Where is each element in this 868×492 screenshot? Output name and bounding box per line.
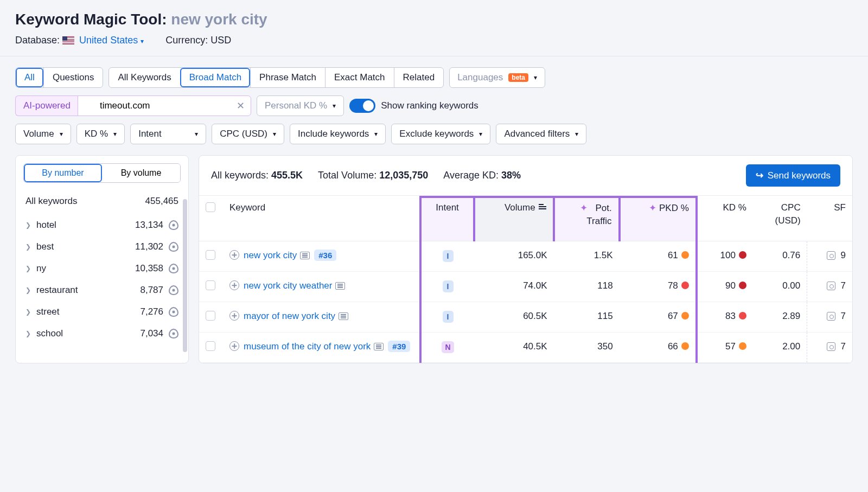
rank-pill: #39 [388,341,410,352]
col-kd[interactable]: KD % [697,196,753,241]
eye-icon[interactable] [169,307,178,317]
cell-pkd: 67 [620,302,697,333]
clear-input-icon[interactable]: ✕ [237,100,245,112]
sidebar-group-item[interactable]: ❯school7,034 [23,323,181,344]
tab-all[interactable]: All [16,68,43,87]
table-row: new york city#36I165.0K1.5K611000.76 9 [199,241,852,272]
row-checkbox[interactable] [206,341,215,351]
serp-icon[interactable] [374,343,384,350]
chevron-down-icon [575,130,578,138]
group-label: school [36,328,135,339]
us-flag-icon [62,36,74,44]
filter-intent[interactable]: Intent [130,124,206,144]
serp-icon[interactable] [300,252,310,259]
serp-features-icon[interactable] [827,251,835,260]
difficulty-dot [681,282,689,289]
add-icon[interactable] [229,341,239,351]
keyword-link[interactable]: museum of the city of new york [244,341,371,352]
group-count: 7,276 [140,306,163,317]
serp-icon[interactable] [339,312,348,320]
col-volume[interactable]: Volume [474,196,554,241]
sidebar-group-item[interactable]: ❯best11,302 [23,236,181,258]
sidebar-group-item[interactable]: ❯restaurant8,787 [23,279,181,301]
filter-include[interactable]: Include keywords [290,124,386,144]
show-ranking-toggle[interactable] [349,99,375,113]
group-label: best [36,241,130,252]
sparkle-icon: ✦ [649,203,656,213]
difficulty-dot [739,251,746,259]
serp-icon[interactable] [335,282,345,290]
eye-icon[interactable] [169,285,178,295]
rank-pill: #36 [314,250,336,261]
select-all-checkbox[interactable] [206,202,215,212]
filter-cpc[interactable]: CPC (USD) [212,124,284,144]
tab-related[interactable]: Related [394,68,444,87]
sidebar-group-item[interactable]: ❯hotel13,134 [23,214,181,236]
col-pot-traffic[interactable]: ✦ Pot.Traffic [554,196,620,241]
intent-pill: N [442,341,454,353]
all-keywords-row[interactable]: All keywords 455,465 [23,193,181,214]
add-icon[interactable] [229,311,239,321]
tab-broad-match[interactable]: Broad Match [180,68,250,87]
eye-icon[interactable] [169,242,178,252]
add-icon[interactable] [229,280,239,290]
keyword-link[interactable]: mayor of new york city [244,311,335,321]
col-intent[interactable]: Intent [420,196,474,241]
filter-advanced[interactable]: Advanced filters [496,124,586,144]
filter-volume[interactable]: Volume [15,124,71,144]
eye-icon[interactable] [169,264,178,273]
by-number-button[interactable]: By number [24,164,102,182]
cell-kd: 100 [697,241,753,272]
serp-features-icon[interactable] [827,312,835,321]
col-sf[interactable]: SF [807,196,852,241]
send-keywords-button[interactable]: ↪ Send keywords [746,164,840,187]
sidebar-group-item[interactable]: ❯street7,276 [23,301,181,323]
cell-volume: 165.0K [474,241,554,272]
add-icon[interactable] [229,250,239,260]
sort-desc-icon [539,204,546,209]
filter-exclude[interactable]: Exclude keywords [391,124,490,144]
cell-volume: 74.0K [474,272,554,302]
table-row: new york city weatherI74.0K11878900.00 7 [199,272,852,302]
database-selector[interactable]: Database: United States [15,35,144,46]
intent-pill: I [443,250,454,262]
serp-features-icon[interactable] [827,342,835,351]
intent-pill: I [443,280,454,292]
chevron-down-icon [60,130,63,138]
ai-powered-pill: AI-powered [15,95,78,116]
languages-dropdown[interactable]: Languages beta [449,67,545,88]
eye-icon[interactable] [169,220,178,230]
filter-kd[interactable]: KD % [76,124,125,144]
keyword-link[interactable]: new york city weather [244,280,332,291]
row-checkbox[interactable] [206,250,215,260]
tab-all-keywords[interactable]: All Keywords [109,68,180,87]
serp-features-icon[interactable] [827,282,835,290]
row-checkbox[interactable] [206,311,215,321]
page-title: Keyword Magic Tool: new york city [15,11,853,28]
tab-questions[interactable]: Questions [43,68,103,87]
group-label: street [36,306,135,317]
group-count: 11,302 [135,241,163,252]
chevron-down-icon [141,37,144,45]
difficulty-dot [739,282,746,289]
table-row: museum of the city of new york#39N40.5K3… [199,333,852,363]
tab-phrase-match[interactable]: Phrase Match [250,68,325,87]
keyword-link[interactable]: new york city [244,250,297,260]
difficulty-dot [739,312,746,320]
sidebar-group-item[interactable]: ❯ny10,358 [23,258,181,279]
personal-kd-dropdown[interactable]: Personal KD % [257,95,344,116]
show-ranking-label: Show ranking keywords [381,100,478,111]
col-pkd[interactable]: ✦ PKD % [620,196,697,241]
cell-kd: 90 [697,272,753,302]
cell-volume: 60.5K [474,302,554,333]
col-cpc[interactable]: CPC(USD) [753,196,807,241]
col-keyword[interactable]: Keyword [223,196,420,241]
cell-sf: 7 [807,333,852,363]
ai-domain-input[interactable] [78,95,251,116]
eye-icon[interactable] [169,329,178,338]
tab-exact-match[interactable]: Exact Match [325,68,394,87]
row-checkbox[interactable] [206,280,215,290]
by-volume-button[interactable]: By volume [102,164,180,182]
chevron-right-icon: ❯ [25,308,31,316]
difficulty-dot [681,342,689,350]
